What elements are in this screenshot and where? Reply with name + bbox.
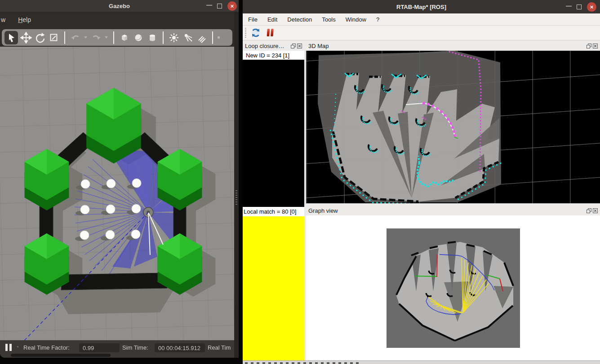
translate-tool-button[interactable] xyxy=(20,32,32,44)
gazebo-titlebar[interactable]: Gazebo — × xyxy=(0,0,239,12)
sphere-icon xyxy=(133,32,144,44)
chevron-down-icon xyxy=(84,36,88,39)
undo-arrow-icon xyxy=(70,32,81,44)
real-time-label-clipped: Real Tim xyxy=(208,344,231,351)
map3d-panel-title: 3D Map xyxy=(308,43,329,49)
redo-history-button[interactable] xyxy=(104,32,109,44)
menu-item-help[interactable]: ? xyxy=(376,16,379,23)
toolbar-separator xyxy=(64,31,65,44)
graph-view-panel-title: Graph view xyxy=(308,207,338,214)
pause-icon[interactable] xyxy=(265,27,275,38)
rtabmap-toolbar xyxy=(243,26,600,40)
step-dropdown-icon[interactable] xyxy=(17,346,18,347)
rtabmap-titlebar[interactable]: RTAB-Map* [ROS] — × xyxy=(243,0,600,13)
maximize-icon[interactable] xyxy=(217,4,222,9)
spot-light-button[interactable] xyxy=(182,32,194,44)
toolbar-separator xyxy=(113,31,114,44)
maximize-icon[interactable] xyxy=(577,4,582,9)
play-pause-icon[interactable] xyxy=(4,343,13,351)
map3d-grid-overlay xyxy=(306,51,600,203)
graph-node xyxy=(427,295,429,297)
rtabmap-status-strip xyxy=(243,360,600,364)
green-pillar xyxy=(158,149,202,211)
green-pillar xyxy=(86,88,141,163)
graph-scene xyxy=(387,228,520,348)
minimize-icon[interactable]: — xyxy=(206,3,212,9)
close-panel-icon[interactable] xyxy=(297,44,302,48)
gazebo-right-splitter[interactable] xyxy=(234,12,239,358)
map3d-scene xyxy=(306,51,600,203)
graph-map-image xyxy=(387,228,520,348)
gazebo-window: Gazebo — × w Help xyxy=(0,0,239,358)
loop-closure-new-id-text: New ID = 234 [1] xyxy=(243,51,304,60)
insert-cylinder-button[interactable] xyxy=(147,32,158,44)
loop-closure-panel-title: Loop closure… xyxy=(245,43,284,49)
minimize-icon[interactable]: — xyxy=(566,4,571,9)
sun-icon xyxy=(168,32,180,44)
close-icon[interactable]: × xyxy=(227,1,237,11)
rtabmap-window-controls: — × xyxy=(566,1,596,12)
graph-view-panel-header[interactable]: Graph view xyxy=(306,206,600,215)
cursor-arrow-icon xyxy=(5,32,17,44)
chevron-down-icon xyxy=(105,36,108,39)
rotate-arrows-icon xyxy=(34,32,46,44)
gazebo-statusbar: Real Time Factor: 0.99 Sim Time: 00 00:0… xyxy=(0,340,239,358)
green-pillar xyxy=(158,233,202,295)
gazebo-scene xyxy=(0,47,234,340)
menu-item-help[interactable]: Help xyxy=(18,16,31,23)
loop-closure-image xyxy=(243,60,304,207)
map3d-panel-header[interactable]: 3D Map xyxy=(306,41,600,51)
float-panel-icon[interactable] xyxy=(587,44,591,48)
green-pillar xyxy=(25,233,69,295)
local-match-image xyxy=(243,216,304,360)
close-panel-icon[interactable] xyxy=(593,208,598,213)
undo-button[interactable] xyxy=(70,32,81,44)
menu-item-detection[interactable]: Detection xyxy=(287,16,312,23)
point-light-button[interactable] xyxy=(168,32,180,44)
gazebo-window-title: Gazebo xyxy=(109,3,130,9)
menu-item-window-clipped[interactable]: w xyxy=(1,16,5,23)
float-panel-icon[interactable] xyxy=(587,208,591,213)
toolbar-separator xyxy=(212,31,213,44)
close-icon[interactable]: × xyxy=(587,2,596,12)
move-arrows-icon xyxy=(20,32,32,44)
green-pillar xyxy=(25,149,69,211)
scale-tool-button[interactable] xyxy=(48,32,60,44)
close-panel-icon[interactable] xyxy=(593,44,598,48)
select-tool-button[interactable] xyxy=(4,31,18,44)
clipped-status-text xyxy=(245,362,360,364)
map3d-view[interactable] xyxy=(306,51,600,203)
insert-box-button[interactable] xyxy=(119,32,130,44)
rtabmap-window-title: RTAB-Map* [ROS] xyxy=(396,4,446,10)
directional-light-button[interactable] xyxy=(196,32,208,44)
graph-view-panel[interactable] xyxy=(306,215,600,360)
directional-light-icon xyxy=(196,32,208,44)
playback-scrollbar[interactable] xyxy=(11,354,111,357)
insert-sphere-button[interactable] xyxy=(133,32,144,44)
loop-closure-panel-header[interactable]: Loop closure… xyxy=(243,41,304,51)
toolbar-drag-handle[interactable] xyxy=(245,28,246,38)
gazebo-toolbar xyxy=(2,29,232,46)
menu-item-window[interactable]: Window xyxy=(346,16,366,23)
toolbar-end-dot xyxy=(218,36,220,39)
float-panel-icon[interactable] xyxy=(291,44,296,48)
sim-time-label: Sim Time: xyxy=(122,344,148,351)
refresh-icon[interactable] xyxy=(250,27,261,38)
redo-button[interactable] xyxy=(90,32,102,44)
redo-arrow-icon xyxy=(90,32,102,44)
menu-item-file[interactable]: File xyxy=(248,16,258,23)
undo-history-button[interactable] xyxy=(84,32,88,44)
scale-icon xyxy=(48,32,60,44)
rtabmap-window: RTAB-Map* [ROS] — × File Edit Detection … xyxy=(243,0,600,364)
menu-item-tools[interactable]: Tools xyxy=(322,16,335,23)
toolbar-separator xyxy=(163,31,164,44)
real-time-factor-label: Real Time Factor: xyxy=(23,344,70,351)
real-time-factor-value: 0.99 xyxy=(79,343,120,352)
gazebo-window-controls: — × xyxy=(206,0,237,11)
rtabmap-menubar: File Edit Detection Tools Window ? xyxy=(243,13,600,26)
menu-item-edit[interactable]: Edit xyxy=(267,16,277,23)
rotate-tool-button[interactable] xyxy=(34,32,46,44)
sim-time-value: 00 00:04:15.912 xyxy=(155,343,205,352)
gazebo-3d-viewport[interactable] xyxy=(0,47,234,340)
gazebo-toolbar-area xyxy=(0,28,234,47)
